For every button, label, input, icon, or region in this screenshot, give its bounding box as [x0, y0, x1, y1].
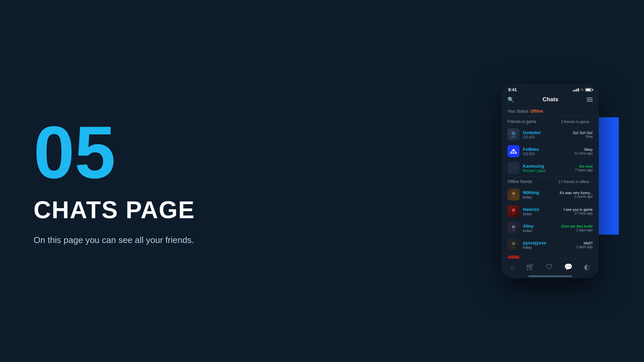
your-status-label: Your Status: Offline	[507, 109, 543, 114]
avatar-n0thing	[507, 188, 520, 200]
left-section: 05 CHATS PAGE On this page you can see a…	[0, 89, 456, 274]
chat-name-kasteuing: Kasteuing	[523, 164, 572, 169]
avatar-n0thing-img	[509, 190, 518, 199]
chat-header: 🔍 Chats	[501, 94, 599, 106]
chat-item-fetbiko[interactable]: FetBiko CS:GO Okey 12 mins ago	[501, 143, 599, 160]
chat-info-fetbiko: FetBiko CS:GO	[523, 147, 571, 156]
avatar-feeenzo	[507, 205, 520, 217]
chat-message-pyssejysse: Idiot?	[576, 241, 593, 245]
status-bar: 9:41 ∿	[501, 84, 599, 94]
signal-bars-icon	[573, 88, 579, 92]
store-icon: 🛒	[526, 263, 534, 271]
phone-mockup: 9:41 ∿ 🔍 Chats	[501, 84, 599, 278]
chat-right-feeenzo: I see you in game 17 mins ago	[564, 207, 593, 215]
offline-friends-label: Offline friends	[507, 179, 532, 184]
status-value: Offline	[530, 109, 543, 114]
signal-bar-4	[578, 88, 579, 92]
chat-right-godzdor: Go! Go! Go! Now	[573, 131, 593, 138]
home-indicator-bar	[528, 276, 572, 277]
nav-item-profile[interactable]: ◐	[584, 263, 590, 271]
chat-right-n0thing: It's was very funny... 1 month ago	[560, 191, 593, 198]
chat-info-kasteuing: Kasteuing Rocket Legue	[523, 164, 572, 173]
hamburger-line-2	[587, 99, 593, 100]
bottom-nav: ⌂ 🛒 🛡 💬 ◐	[501, 258, 599, 278]
chat-item-pyssejysse[interactable]: pyssejysse today Idiot? 2 days ago	[501, 236, 599, 253]
chat-item-alloy[interactable]: Alloy today Give me this knife 1 days ag…	[501, 220, 599, 236]
chat-item-n0thing[interactable]: N0thing today It's was very funny... 1 m…	[501, 186, 599, 203]
chat-time-n0thing: 1 month ago	[560, 195, 593, 198]
page-description: On this page you can see all your friend…	[34, 234, 195, 247]
nav-item-home[interactable]: ⌂	[511, 263, 515, 271]
chat-message-alloy: Give me this knife	[561, 224, 593, 228]
avatar-godzdor-img	[509, 130, 518, 139]
your-status-section[interactable]: Your Status: Offline ›	[501, 106, 599, 117]
bottom-nav-items: ⌂ 🛒 🛡 💬 ◐	[501, 259, 599, 274]
chevron-right-icon-2: ›	[591, 119, 593, 124]
chat-game-godzdor: CS:GO	[523, 135, 570, 139]
offline-friends-section-header: Offline friends 17 friends in offline ›	[501, 177, 599, 186]
friends-in-game-section-header: Friends in game 3 friends in game ›	[501, 117, 599, 126]
shield-icon: 🛡	[546, 263, 553, 271]
avatar-fetbiko	[507, 145, 520, 157]
chat-info-godzdor: Godzdor CS:GO	[523, 130, 570, 139]
chat-message-feeenzo: I see you in game	[564, 207, 593, 212]
phone-wrapper: 9:41 ∿ 🔍 Chats	[501, 84, 599, 278]
chat-sub-n0thing: today	[523, 195, 556, 199]
status-time: 9:41	[508, 87, 517, 92]
page-number: 05	[34, 116, 423, 189]
chat-info-pyssejysse: pyssejysse today	[523, 240, 573, 249]
chat-name-fetbiko: FetBiko	[523, 147, 571, 152]
wifi-icon: ∿	[581, 87, 584, 92]
hamburger-line-3	[587, 101, 593, 102]
profile-icon: ◐	[584, 263, 590, 271]
svg-point-5	[512, 225, 515, 229]
chat-sub-feeenzo: today	[523, 212, 560, 216]
chat-item-feeenzo[interactable]: feeenzo today I see you in game 17 mins …	[501, 203, 599, 220]
chat-sub-alloy: today	[523, 229, 558, 233]
chat-right-alloy: Give me this knife 1 days ago	[561, 224, 593, 232]
battery-fill	[586, 89, 591, 91]
chat-message-kasteuing: Go now	[575, 164, 593, 168]
signal-bar-1	[573, 90, 574, 92]
chat-icon: 💬	[564, 263, 573, 271]
chat-message-fetbiko: Okey	[575, 147, 593, 152]
chat-header-title: Chats	[542, 96, 558, 103]
avatar-kasteuing	[507, 162, 520, 174]
status-icons: ∿	[573, 87, 592, 92]
chat-name-alloy: Alloy	[523, 224, 558, 229]
chat-time-alloy: 1 days ago	[561, 228, 593, 232]
chat-time-godzdor: Now	[573, 135, 593, 138]
page-title: CHATS PAGE	[34, 196, 423, 224]
menu-icon[interactable]	[587, 98, 593, 102]
chat-right-kasteuing: Go now 7 hours ago	[575, 164, 593, 172]
chat-name-feeenzo: feeenzo	[523, 207, 560, 212]
chat-item-kasteuing[interactable]: Kasteuing Rocket Legue Go now 7 hours ag…	[501, 160, 599, 176]
chat-message-n0thing: It's was very funny...	[560, 191, 593, 195]
chat-name-pyssejysse: pyssejysse	[523, 240, 573, 245]
avatar-alloy-img	[509, 224, 518, 232]
chat-item-godzdor[interactable]: Godzdor CS:GO Go! Go! Go! Now	[501, 126, 599, 143]
chat-name-godzdor: Godzdor	[523, 130, 570, 135]
nav-item-shield[interactable]: 🛡	[546, 263, 553, 271]
chat-game-kasteuing: Rocket Legue	[523, 169, 572, 173]
hamburger-line-1	[587, 98, 593, 98]
chat-time-fetbiko: 12 mins ago	[575, 152, 593, 155]
chat-name-n0thing: N0thing	[523, 190, 556, 195]
friends-in-game-count: 3 friends in game	[561, 120, 589, 124]
search-icon[interactable]: 🔍	[507, 97, 514, 103]
chat-right-fetbiko: Okey 12 mins ago	[575, 147, 593, 155]
battery-icon	[585, 88, 592, 92]
home-icon: ⌂	[511, 263, 515, 271]
svg-point-3	[512, 192, 515, 195]
nav-item-chat[interactable]: 💬	[564, 263, 573, 271]
chat-info-feeenzo: feeenzo today	[523, 207, 560, 216]
signal-bar-3	[576, 89, 577, 92]
avatar-godzdor	[507, 128, 520, 140]
chevron-right-icon-3: ›	[591, 179, 593, 184]
chat-sub-pyssejysse: today	[523, 245, 573, 249]
chat-info-alloy: Alloy today	[523, 224, 558, 233]
chat-game-fetbiko: CS:GO	[523, 152, 571, 156]
avatar-pyssejysse	[507, 239, 520, 251]
nav-item-store[interactable]: 🛒	[526, 263, 534, 271]
avatar-feeenzo-img	[509, 207, 518, 216]
